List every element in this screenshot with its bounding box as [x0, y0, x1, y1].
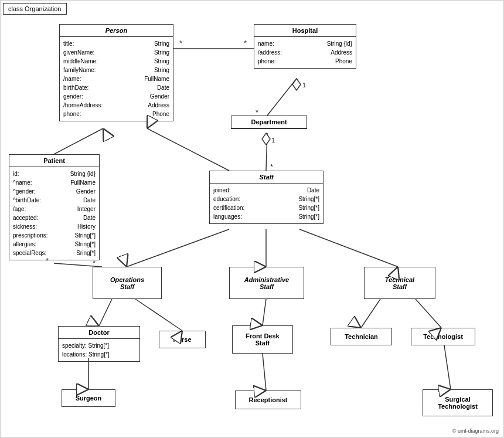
class-administrative-staff: AdministrativeStaff — [229, 267, 304, 299]
svg-line-30 — [263, 354, 266, 391]
class-nurse: Nurse — [159, 331, 206, 348]
class-staff: Staff joined:Date education:String[*] ce… — [209, 171, 323, 224]
copyright: © uml-diagrams.org — [452, 428, 499, 434]
class-surgical-technologist-name: SurgicalTechnologist — [434, 393, 481, 412]
class-front-desk-staff-name: Front DeskStaff — [242, 330, 282, 349]
class-doctor-attrs: specialty: String[*] locations: String[*… — [59, 339, 139, 361]
class-receptionist: Receptionist — [235, 391, 301, 409]
class-technologist: Technologist — [411, 328, 475, 345]
svg-line-6 — [147, 128, 229, 171]
class-doctor: Doctor specialty: String[*] locations: S… — [58, 326, 140, 362]
class-doctor-name: Doctor — [59, 327, 139, 339]
svg-text:1: 1 — [302, 82, 306, 89]
class-department: Department — [231, 116, 307, 129]
class-staff-attrs: joined:Date education:String[*] certific… — [210, 184, 323, 223]
svg-line-5 — [54, 128, 103, 154]
class-surgeon-name: Surgeon — [72, 392, 105, 404]
class-person-name: Person — [60, 25, 173, 37]
class-hospital: Hospital name:String {id} /address:Addre… — [254, 24, 356, 69]
diagram-container: class Organization Person title:String g… — [0, 0, 504, 438]
svg-line-23 — [299, 229, 398, 267]
class-surgeon: Surgeon — [62, 389, 115, 407]
diagram-title: class Organization — [3, 3, 67, 15]
class-person-attrs: title:String givenName:String middleName… — [60, 37, 173, 121]
class-patient-name: Patient — [9, 155, 99, 167]
svg-line-27 — [361, 299, 380, 328]
class-operations-staff-name: OperationsStaff — [93, 274, 161, 293]
svg-text:*: * — [244, 39, 247, 47]
class-staff-name: Staff — [210, 171, 323, 184]
svg-line-7 — [267, 79, 297, 116]
class-hospital-attrs: name:String {id} /address:Address phone:… — [254, 37, 356, 68]
svg-text:*: * — [179, 39, 182, 47]
svg-marker-8 — [292, 79, 301, 90]
class-administrative-staff-name: AdministrativeStaff — [230, 274, 304, 293]
class-technical-staff-name: TechnicalStaff — [365, 274, 435, 293]
svg-line-21 — [127, 229, 229, 267]
svg-line-25 — [135, 299, 182, 331]
svg-line-26 — [263, 299, 266, 325]
class-nurse-name: Nurse — [169, 334, 195, 345]
class-technician: Technician — [331, 328, 392, 345]
class-technologist-name: Technologist — [420, 331, 466, 342]
class-technical-staff: TechnicalStaff — [364, 267, 435, 299]
svg-text:1: 1 — [271, 137, 275, 144]
class-patient-attrs: id:String {id} ^name:FullName ^gender:Ge… — [9, 167, 99, 260]
class-technician-name: Technician — [341, 331, 382, 342]
class-patient: Patient id:String {id} ^name:FullName ^g… — [9, 154, 100, 260]
class-surgical-technologist: SurgicalTechnologist — [423, 389, 493, 416]
class-person: Person title:String givenName:String mid… — [59, 24, 173, 121]
svg-line-31 — [444, 345, 451, 389]
class-department-name: Department — [231, 116, 307, 128]
class-operations-staff: OperationsStaff — [93, 267, 162, 299]
svg-line-11 — [266, 133, 267, 171]
class-front-desk-staff: Front DeskStaff — [232, 325, 293, 354]
class-receptionist-name: Receptionist — [245, 394, 291, 406]
svg-line-28 — [416, 299, 441, 328]
svg-marker-12 — [262, 133, 270, 145]
svg-line-24 — [99, 299, 112, 326]
svg-text:*: * — [270, 162, 273, 171]
class-hospital-name: Hospital — [254, 25, 356, 37]
